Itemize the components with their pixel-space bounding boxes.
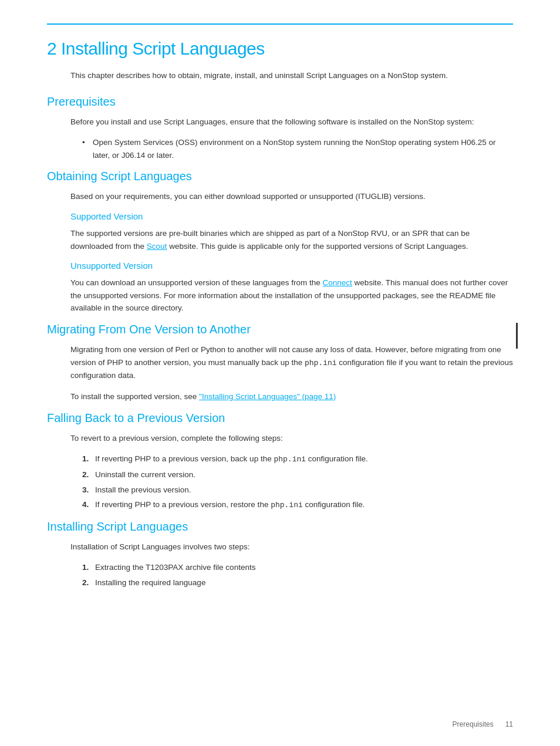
list-item: Installing the required language [82, 576, 513, 589]
list-item: If reverting PHP to a previous version, … [82, 453, 513, 466]
list-item: Extracting the T1203PAX archive file con… [82, 561, 513, 574]
footer-section-label: Prerequisites [453, 720, 494, 728]
installing-intro: Installation of Script Languages involve… [70, 541, 513, 553]
installing-link[interactable]: "Installing Script Languages" (page 11) [199, 392, 336, 401]
footer: Prerequisites 11 [453, 720, 513, 728]
obtaining-body: Based on your requirements, you can eith… [70, 190, 513, 203]
section-installing: Installing Script Languages Installation… [47, 520, 513, 589]
subsection-supported: Supported Version The supported versions… [70, 211, 513, 252]
top-rule [47, 23, 513, 25]
list-item: Open System Services (OSS) environment o… [82, 136, 513, 161]
scout-link[interactable]: Scout [147, 242, 167, 251]
section-title-falling-back: Falling Back to a Previous Version [47, 411, 513, 425]
connect-link[interactable]: Connect [323, 278, 352, 287]
section-obtaining: Obtaining Script Languages Based on your… [47, 170, 513, 315]
prerequisites-body: Before you install and use Script Langua… [70, 116, 513, 129]
section-title-prerequisites: Prerequisites [47, 95, 513, 109]
supported-body: The supported versions are pre-built bin… [70, 227, 513, 252]
unsupported-body: You can download an unsupported version … [70, 276, 513, 315]
falling-back-steps: If reverting PHP to a previous version, … [82, 453, 513, 512]
section-migrating: Migrating From One Version to Another Mi… [47, 323, 513, 403]
section-falling-back: Falling Back to a Previous Version To re… [47, 411, 513, 512]
intro-text: This chapter describes how to obtain, mi… [70, 69, 513, 82]
prerequisites-bullets: Open System Services (OSS) environment o… [82, 136, 513, 161]
installing-steps: Extracting the T1203PAX archive file con… [82, 561, 513, 589]
migrating-body2: To install the supported version, see "I… [70, 390, 513, 403]
phpini-code-2: php.ini [274, 455, 306, 464]
list-item: Uninstall the current version. [82, 468, 513, 481]
section-title-obtaining: Obtaining Script Languages [47, 170, 513, 183]
list-item: Install the previous version. [82, 484, 513, 497]
chapter-title: 2 Installing Script Languages [47, 39, 513, 59]
phpini-code-1: php.ini [305, 359, 337, 367]
footer-page-number: 11 [505, 720, 513, 728]
falling-back-intro: To revert to a previous version, complet… [70, 432, 513, 445]
page: 2 Installing Script Languages This chapt… [0, 0, 560, 746]
section-title-installing: Installing Script Languages [47, 520, 513, 534]
list-item: If reverting PHP to a previous version, … [82, 498, 513, 512]
subsection-unsupported: Unsupported Version You can download an … [70, 261, 513, 315]
section-prerequisites: Prerequisites Before you install and use… [47, 95, 513, 162]
migrating-body1: Migrating from one version of Perl or Py… [70, 343, 513, 382]
change-bar [516, 323, 518, 349]
phpini-code-3: php.ini [271, 501, 303, 509]
section-title-migrating: Migrating From One Version to Another [47, 323, 513, 336]
subsection-title-unsupported: Unsupported Version [70, 261, 513, 271]
subsection-title-supported: Supported Version [70, 211, 513, 221]
